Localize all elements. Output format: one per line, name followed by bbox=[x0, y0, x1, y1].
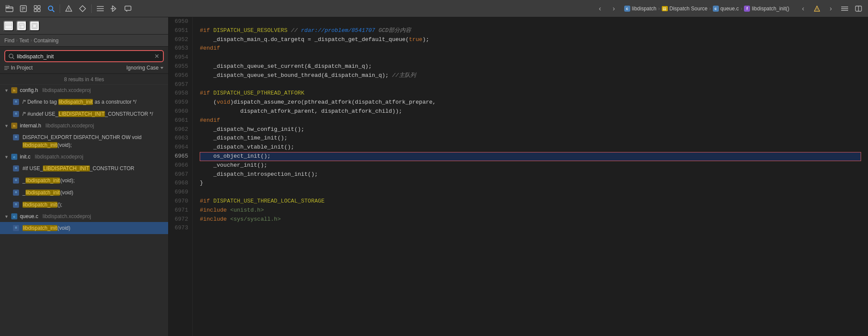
breadcrumb-sep-2: › bbox=[709, 6, 711, 12]
search-scope[interactable]: In Project bbox=[4, 65, 33, 71]
result-text: DISPATCH_EXPORT DISPATCH_NOTHR OW void l… bbox=[22, 133, 164, 149]
toolbar-warning-right[interactable]: ! bbox=[811, 3, 823, 15]
result-icon: ≡ bbox=[13, 178, 19, 184]
project-init: libdispatch.xcodeproj bbox=[35, 154, 83, 160]
result-icon: ≡ bbox=[13, 165, 19, 171]
main-toolbar: ! ‹ › c libdispatch › ▤ Dispatch Source … bbox=[0, 0, 868, 17]
toolbar-btn-arrow[interactable] bbox=[108, 3, 120, 15]
code-line bbox=[200, 17, 861, 26]
line-numbers: 6950 6951 6952 6953 6954 6955 6956 6957 … bbox=[169, 17, 193, 336]
code-line: _dispatch_queue_set_bound_thread(&_dispa… bbox=[200, 71, 861, 80]
filename-init-c: init.c bbox=[20, 154, 31, 160]
sidebar-breadcrumb-find[interactable]: Find bbox=[4, 38, 14, 44]
toolbar-btn-nav[interactable] bbox=[31, 3, 43, 15]
svg-rect-20 bbox=[125, 6, 131, 10]
code-lines: #if DISPATCH_USE_RESOLVERS // rdar://pro… bbox=[193, 17, 868, 336]
result-item[interactable]: ≡ /* Define to tag libdispatch_init as a… bbox=[0, 96, 168, 108]
results-list[interactable]: ▼ h config.h libdispatch.xcodeproj ≡ /* … bbox=[0, 85, 168, 336]
result-icon: ≡ bbox=[13, 111, 19, 117]
sidebar-btn-2[interactable] bbox=[16, 21, 27, 31]
triangle-init-c: ▼ bbox=[4, 155, 9, 159]
search-options: In Project Ignoring Case bbox=[4, 65, 164, 71]
result-text: /* #undef USE_LIBDISPATCH_INIT_CONSTRUCT… bbox=[22, 110, 164, 118]
sidebar-btn-1[interactable] bbox=[3, 21, 14, 31]
breadcrumb-sep-1: › bbox=[658, 6, 660, 12]
toolbar-btn-warning[interactable]: ! bbox=[63, 3, 75, 15]
file-group-queue-c[interactable]: ▼ c queue.c libdispatch.xcodeproj bbox=[0, 211, 168, 222]
queue-c-icon: c bbox=[713, 6, 719, 12]
case-label: Ignoring Case bbox=[126, 65, 159, 71]
toolbar-split-view[interactable] bbox=[852, 3, 865, 15]
file-group-internal-h[interactable]: ▼ h internal.h libdispatch.xcodeproj bbox=[0, 120, 168, 131]
code-editor: 6950 6951 6952 6953 6954 6955 6956 6957 … bbox=[169, 17, 868, 336]
code-line bbox=[200, 188, 861, 197]
nav-back-btn[interactable]: ‹ bbox=[594, 3, 606, 15]
results-count: 8 results in 4 files bbox=[0, 74, 168, 85]
result-icon: ≡ bbox=[13, 99, 19, 105]
search-icon bbox=[9, 54, 14, 59]
nav-prev-btn[interactable]: ‹ bbox=[797, 3, 809, 15]
result-text: /* Define to tag libdispatch_init as a c… bbox=[22, 98, 164, 106]
code-line: } bbox=[200, 179, 861, 188]
toolbar-btn-breakpoints[interactable] bbox=[17, 3, 29, 15]
breadcrumb-dispatch-source[interactable]: Dispatch Source bbox=[670, 6, 708, 12]
result-item[interactable]: ≡ /* #undef USE_LIBDISPATCH_INIT_CONSTRU… bbox=[0, 108, 168, 120]
sidebar-breadcrumb-text[interactable]: Text bbox=[19, 38, 29, 44]
breadcrumb-libdispatch[interactable]: libdispatch bbox=[632, 6, 657, 12]
search-case[interactable]: Ignoring Case bbox=[126, 65, 164, 71]
result-icon: ≡ bbox=[13, 202, 19, 208]
breadcrumb-queue-c[interactable]: queue.c bbox=[721, 6, 739, 12]
result-text: _libdispatch_init(void); bbox=[22, 177, 164, 184]
sidebar-breadcrumb-containing[interactable]: Containing bbox=[34, 38, 58, 44]
code-line: #include <sys/syscall.h> bbox=[200, 215, 861, 224]
result-item[interactable]: ≡ _libdispatch_init(void) bbox=[0, 187, 168, 199]
svg-rect-29 bbox=[5, 23, 12, 29]
badge-c-queue: c bbox=[11, 213, 17, 219]
svg-rect-7 bbox=[38, 6, 40, 8]
svg-marker-14 bbox=[80, 6, 86, 12]
toolbar-btn-diamond[interactable] bbox=[77, 3, 89, 15]
search-input-wrapper: ✕ bbox=[4, 50, 164, 62]
search-input[interactable] bbox=[17, 53, 152, 60]
result-icon: ≡ bbox=[13, 225, 19, 231]
search-clear-btn[interactable]: ✕ bbox=[154, 53, 160, 60]
svg-text:!: ! bbox=[817, 7, 818, 11]
result-item-selected[interactable]: ≡ libdispatch_init(void) bbox=[0, 222, 168, 234]
code-line: #endif bbox=[200, 44, 861, 53]
toolbar-btn-comment[interactable] bbox=[122, 3, 134, 15]
nav-forward-btn[interactable]: › bbox=[608, 3, 620, 15]
sidebar-btn-3[interactable] bbox=[29, 21, 40, 31]
toolbar-hamburger[interactable] bbox=[839, 3, 851, 15]
result-icon: ≡ bbox=[13, 134, 19, 140]
result-item[interactable]: ≡ _libdispatch_init(void); bbox=[0, 174, 168, 187]
result-item[interactable]: ≡ libdispatch_init(); bbox=[0, 199, 168, 211]
result-icon: ≡ bbox=[13, 190, 19, 196]
toolbar-btn-list[interactable] bbox=[94, 3, 106, 15]
result-text: _libdispatch_init(void) bbox=[22, 189, 164, 197]
code-line-active: os_object_init(); bbox=[200, 152, 861, 161]
file-group-config-h[interactable]: ▼ h config.h libdispatch.xcodeproj bbox=[0, 85, 168, 96]
code-line: #include <unistd.h> bbox=[200, 206, 861, 215]
code-line: _dispatch_time_init(); bbox=[200, 134, 861, 143]
code-content[interactable]: 6950 6951 6952 6953 6954 6955 6956 6957 … bbox=[169, 17, 868, 336]
badge-h-internal: h bbox=[11, 123, 17, 129]
toolbar-btn-search[interactable] bbox=[45, 3, 57, 15]
file-group-init-c[interactable]: ▼ c init.c libdispatch.xcodeproj bbox=[0, 151, 168, 162]
scope-icon bbox=[4, 66, 9, 70]
code-line: dispatch_atfork_parent, dispatch_atfork_… bbox=[200, 107, 861, 116]
toolbar-btn-folders[interactable] bbox=[3, 3, 16, 15]
badge-c-init: c bbox=[11, 154, 17, 160]
triangle-config: ▼ bbox=[4, 88, 9, 93]
code-line: _voucher_init(); bbox=[200, 161, 861, 170]
sidebar: Find › Text › Containing ✕ In Project Ig… bbox=[0, 17, 169, 336]
folder-icon: ▤ bbox=[662, 6, 668, 11]
sidebar-bc-sep-1: › bbox=[16, 38, 17, 43]
case-chevron-icon bbox=[160, 66, 164, 70]
result-item[interactable]: ≡ #if USE_LIBDISPATCH_INIT_CONSTRU CTOR bbox=[0, 162, 168, 174]
nav-forward-right-btn[interactable]: › bbox=[825, 3, 837, 15]
triangle-queue-c: ▼ bbox=[4, 214, 9, 219]
search-area: ✕ In Project Ignoring Case bbox=[0, 47, 168, 74]
scope-label: In Project bbox=[11, 65, 33, 71]
breadcrumb-func[interactable]: libdispatch_init() bbox=[752, 6, 789, 12]
result-item[interactable]: ≡ DISPATCH_EXPORT DISPATCH_NOTHR OW void… bbox=[0, 131, 168, 151]
